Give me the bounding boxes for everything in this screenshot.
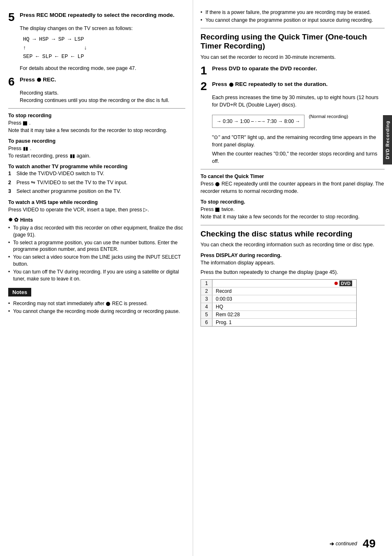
qt-step2-header: 2 Press REC repeatedly to set the durati… [201,81,385,92]
step6-number: 6 [8,76,16,88]
mode-diagram: HQ → HSP → SP → LSP ↑ ↓ SEP ← SLP ← EP ←… [23,35,185,61]
stop-note: Note that it may take a few seconds for … [8,127,167,133]
disc-status-intro: You can check the recording information … [201,241,385,248]
qt-step1-title: Press DVD to oparate the DVD recorder. [212,65,317,72]
pause-period: . [30,146,31,151]
list-item: 3Select another programme position on th… [8,188,185,195]
hints-list: To play a disc recorded with this record… [8,225,185,282]
timer-diagram: → 0:30 → 1:00 – · –→ 7:30 → 8:00 → [212,115,304,128]
stop-recording-title: To stop recording [8,113,185,118]
list-item: Recording may not start immediately afte… [8,300,185,307]
right-column: If there is a power failure, the program… [193,0,392,556]
cancel-quick-body: Press REC repeatedly until the counter a… [201,180,385,195]
hints-title: ✸ ✿ Hints [8,217,185,223]
list-item: To select a programme position, you can … [8,239,185,253]
qt-body2: "⊙" and "OTR" light up, and the remainin… [212,134,385,148]
stop-recording2-section: To stop recording. Press twice. Note tha… [201,199,385,220]
row-num: 1 [201,280,212,287]
watch-tv-list: 1Slide the TV/DVD·VIDEO switch to TV. 2P… [8,170,185,195]
cancel-quick-section: To cancel the Quick Timer Press REC repe… [201,174,385,195]
quick-timer-intro: You can set the recorder to record in 30… [201,53,385,61]
stop-recording-section: To stop recording Press . Note that it m… [8,113,185,134]
table-row: 4 HQ [201,303,356,311]
stop-icon [23,121,27,125]
stop-icon-2 [215,208,219,212]
table-row: 6 Prog. 1 [201,319,356,326]
step5-body1: The display changes on the TV screen as … [20,25,185,32]
list-item: You can turn off the TV during recording… [8,269,185,283]
step5-body: The display changes on the TV screen as … [20,25,185,72]
pause-icon-2: ▮▮ [70,153,75,160]
row-val: DVD [212,280,356,287]
row-num: 5 [201,311,212,318]
list-item: To play a disc recorded with this record… [8,225,185,239]
list-item: You cannot change the recording mode dur… [8,308,185,315]
rec-dot-icon [334,282,338,285]
qt-step2-title: Press REC repeatedly to set the duration… [212,81,327,88]
notes-list: Recording may not start immediately afte… [8,300,185,315]
page: 5 Press REC MODE repeatedly to select th… [0,0,392,556]
rec-icon-note [106,302,110,306]
continued-text: continued [336,541,357,547]
arrow-right-icon: ➔ [330,541,334,547]
row-num: 2 [201,287,212,295]
pause-recording-body: Press ▮▮ . To restart recording, press ▮… [8,145,185,160]
qt-step2-rest: REC repeatedly to set the duration. [235,81,327,87]
display-body2: Press the button repeatedly to change th… [201,269,385,276]
stop-recording2-body: Press twice. Note that it may take a few… [201,206,385,220]
pause-again: again. [76,153,90,159]
stop-recording-body: Press . Note that it may take a few seco… [8,119,185,134]
qt-step1-header: 1 Press DVD to oparate the DVD recorder. [201,65,385,76]
stop-recording2-title: To stop recording. [201,199,385,205]
list-item: You can select a video source from the L… [8,254,185,268]
quick-timer-section: Recording using the Quick Timer (One-tou… [201,32,385,165]
row-num: 6 [201,319,212,326]
list-item: 2Press ⇋ TV/VIDEO to set the TV to the T… [8,179,185,187]
row-val: Rem 02:28 [212,311,243,318]
notes-section: Notes Recording may not start immediatel… [8,285,185,315]
qt-step2-num: 2 [201,81,209,92]
step6-body2: Recording continues until you stop the r… [20,97,185,104]
list-item: If there is a power failure, the program… [201,9,385,16]
step6-body: Recording starts. Recording continues un… [20,89,185,104]
pause-press-label: Press [8,146,21,151]
notes-title: Notes [8,288,31,297]
pause-icon: ▮▮ [23,146,28,152]
step5-body2: For details about the recording mode, se… [20,65,185,72]
quick-timer-title: Recording using the Quick Timer (One-tou… [201,32,385,51]
qt-step1-num: 1 [201,65,209,76]
display-body1: The information display appears. [201,259,385,266]
row-num: 4 [201,303,212,310]
row-val: Prog. 1 [212,319,235,326]
table-row: 5 Rem 02:28 [201,311,356,319]
step6-header: 6 Press REC. [8,76,185,88]
diagram-note: (Normal recording) [309,113,348,120]
step6-body1: Recording starts. [20,89,185,97]
watch-tv-section: To watch another TV programme while reco… [8,164,185,195]
stop-period: . [29,120,30,126]
hints-section: ✸ ✿ Hints To play a disc recorded with t… [8,217,185,282]
disc-status-table: 1 DVD 2 Record 3 0:00:03 4 HQ [201,279,357,327]
table-row: 2 Record [201,287,356,295]
step5-number: 5 [8,12,16,23]
table-row: 1 DVD [201,280,356,287]
row-val: HQ [212,303,226,310]
page-number: 49 [363,537,376,550]
rec-icon-cancel [215,182,219,186]
stop-press-label: Press [8,120,21,126]
qt-step2-body: Each press increases the time by 30 minu… [212,94,385,165]
pause-recording-section: To pause recording Press ▮▮ . To restart… [8,138,185,160]
step6-title: Press REC. [20,76,56,83]
top-bullets: If there is a power failure, the program… [201,9,385,24]
left-column: 5 Press REC MODE repeatedly to select th… [0,0,193,556]
row-val: Record [212,287,235,295]
step6-press: Press [20,76,35,83]
cancel-quick-title: To cancel the Quick Timer [201,174,385,179]
continued-line: ➔ continued 49 [327,537,376,550]
disc-status-title: Checking the disc status while recording [201,229,385,239]
pause-recording-title: To pause recording [8,138,185,144]
watch-vhs-body: Press VIDEO to operate the VCR, insert a… [8,206,185,213]
qt-step2-press: Press [212,81,227,87]
list-item: You cannot change the programme position… [201,17,385,24]
list-item: 1Slide the TV/DVD·VIDEO switch to TV. [8,170,185,178]
